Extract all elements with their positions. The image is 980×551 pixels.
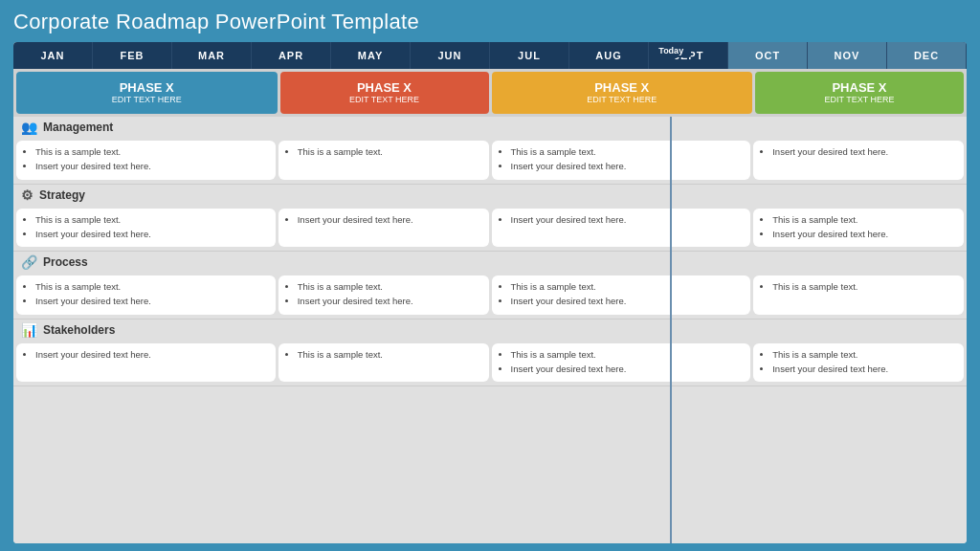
section-row-1: ⚙StrategyThis is a sample text.Insert yo…	[13, 185, 967, 253]
card-3-2: This is a sample text.Insert your desire…	[492, 343, 751, 383]
phase-sub-1: Edit text here	[112, 95, 182, 105]
phase-block-3: PHASE XEdit text here	[492, 72, 753, 114]
section-cards-3: Insert your desired text here.This is a …	[13, 341, 967, 386]
section-cards-1: This is a sample text.Insert your desire…	[13, 206, 967, 252]
card-2-0: This is a sample text.Insert your desire…	[16, 276, 276, 315]
section-cards-2: This is a sample text.Insert your desire…	[13, 273, 967, 319]
month-cell-jan: JAN	[13, 42, 93, 69]
phase-block-2: PHASE XEdit text here	[280, 72, 489, 114]
card-item: This is a sample text.	[35, 145, 268, 159]
card-3-1: This is a sample text.	[278, 343, 489, 383]
phase-title-4: PHASE X	[832, 80, 886, 96]
phase-sub-3: Edit text here	[587, 95, 657, 105]
card-0-1: This is a sample text.	[278, 141, 489, 180]
section-icon-2: 🔗	[21, 254, 37, 270]
card-item: This is a sample text.	[772, 213, 956, 227]
section-header-1: ⚙Strategy	[13, 185, 967, 206]
month-cell-may: MAY	[331, 42, 411, 69]
phase-sub-2: Edit text here	[349, 95, 419, 105]
card-item: Insert your desired text here.	[35, 228, 268, 241]
card-item: This is a sample text.	[772, 348, 956, 362]
month-cell-oct: OCT	[728, 42, 808, 69]
main-content: JANFEBMARAPRMAYJUNJULAUGSEPTOCTNOVDEC PH…	[13, 42, 967, 543]
card-1-3: This is a sample text.Insert your desire…	[753, 209, 964, 248]
month-cell-nov: NOV	[808, 42, 887, 69]
phase-title-3: PHASE X	[594, 80, 649, 96]
phase-row: PHASE XEdit text herePHASE XEdit text he…	[13, 69, 967, 117]
phase-block-1: PHASE XEdit text here	[16, 72, 278, 114]
section-row-0: 👥ManagementThis is a sample text.Insert …	[13, 117, 967, 185]
phase-block-4: PHASE XEdit text here	[755, 72, 964, 114]
card-item: Insert your desired text here.	[511, 363, 744, 376]
card-item: This is a sample text.	[298, 280, 481, 294]
card-1-0: This is a sample text.Insert your desire…	[16, 209, 276, 248]
section-title-2: Process	[43, 255, 88, 269]
card-item: This is a sample text.	[511, 280, 744, 294]
month-cell-apr: APR	[252, 42, 331, 69]
card-item: Insert your desired text here.	[298, 295, 481, 308]
card-2-2: This is a sample text.Insert your desire…	[492, 276, 751, 315]
section-icon-0: 👥	[21, 120, 37, 135]
month-cell-feb: FEB	[93, 42, 172, 69]
card-0-3: Insert your desired text here.	[753, 141, 964, 180]
card-item: Insert your desired text here.	[511, 160, 744, 173]
section-header-2: 🔗Process	[13, 252, 967, 273]
card-item: Insert your desired text here.	[511, 213, 744, 227]
phase-sub-4: Edit text here	[824, 95, 894, 105]
section-header-3: 📊Stakeholders	[13, 320, 967, 341]
phase-title-1: PHASE X	[120, 80, 174, 96]
card-0-2: This is a sample text.Insert your desire…	[492, 141, 751, 180]
card-item: This is a sample text.	[35, 280, 268, 294]
card-item: This is a sample text.	[35, 213, 268, 227]
card-item: This is a sample text.	[298, 145, 481, 159]
card-2-1: This is a sample text.Insert your desire…	[278, 276, 489, 315]
card-item: This is a sample text.	[772, 280, 956, 294]
section-title-3: Stakeholders	[43, 323, 115, 337]
section-icon-1: ⚙	[21, 187, 33, 203]
month-cell-jul: JUL	[490, 42, 569, 69]
card-0-0: This is a sample text.Insert your desire…	[16, 141, 276, 180]
card-item: Insert your desired text here.	[772, 145, 956, 159]
card-item: Insert your desired text here.	[35, 160, 268, 173]
month-cell-jun: JUN	[411, 42, 490, 69]
card-1-2: Insert your desired text here.	[492, 209, 751, 248]
card-item: This is a sample text.	[298, 348, 481, 362]
content-area: 👥ManagementThis is a sample text.Insert …	[13, 117, 967, 543]
section-header-0: 👥Management	[13, 117, 967, 138]
card-item: Insert your desired text here.	[35, 295, 268, 308]
section-icon-3: 📊	[21, 322, 37, 338]
month-cell-dec: DEC	[887, 42, 967, 69]
card-item: Insert your desired text here.	[772, 228, 956, 241]
month-cell-aug: AUG	[569, 42, 649, 69]
section-cards-0: This is a sample text.Insert your desire…	[13, 138, 967, 184]
today-flag: Today	[651, 44, 691, 57]
card-item: Insert your desired text here.	[511, 295, 744, 308]
month-cell-mar: MAR	[172, 42, 252, 69]
card-3-3: This is a sample text.Insert your desire…	[753, 343, 964, 383]
card-item: This is a sample text.	[511, 348, 744, 362]
month-header: JANFEBMARAPRMAYJUNJULAUGSEPTOCTNOVDEC	[13, 42, 967, 69]
section-row-2: 🔗ProcessThis is a sample text.Insert you…	[13, 252, 967, 320]
card-2-3: This is a sample text.	[753, 276, 964, 315]
section-title-0: Management	[43, 121, 113, 134]
phase-title-2: PHASE X	[357, 80, 412, 96]
today-line	[670, 117, 672, 543]
card-1-1: Insert your desired text here.	[278, 209, 489, 248]
page-title: Corporate Roadmap PowerPoint Template	[13, 10, 967, 34]
section-row-3: 📊StakeholdersInsert your desired text he…	[13, 320, 967, 387]
card-item: This is a sample text.	[511, 145, 744, 159]
card-item: Insert your desired text here.	[35, 348, 268, 362]
card-item: Insert your desired text here.	[298, 213, 481, 227]
section-title-1: Strategy	[39, 188, 85, 202]
card-item: Insert your desired text here.	[772, 363, 956, 376]
card-3-0: Insert your desired text here.	[16, 343, 276, 383]
app: Corporate Roadmap PowerPoint Template JA…	[0, 0, 980, 551]
